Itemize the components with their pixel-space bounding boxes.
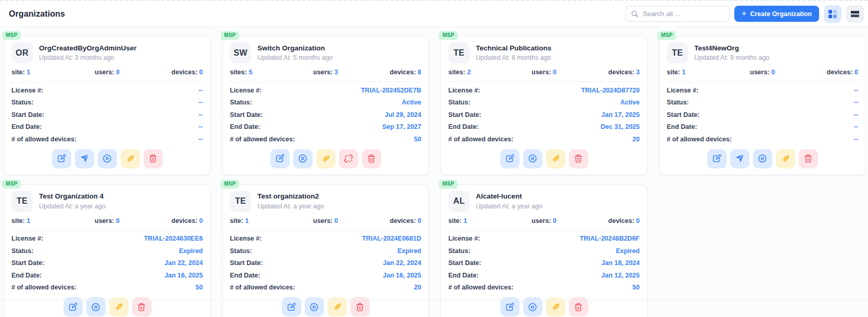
detail-value: Jan 17, 2025 <box>601 111 640 119</box>
stats-row: sites: 5 users: 3 devices: 8 <box>230 69 421 82</box>
card-actions <box>667 149 858 168</box>
stat-label: users: <box>750 69 770 76</box>
rocket-icon <box>550 153 561 164</box>
search-input[interactable] <box>626 6 730 22</box>
detail-value: Sep 17, 2027 <box>382 123 421 131</box>
broken-link-icon <box>343 153 354 164</box>
organization-name: Switch Organization <box>257 44 333 52</box>
detail-row-allowed-devices: # of allowed devices: 20 <box>230 284 421 292</box>
stat-label: devices: <box>172 69 198 76</box>
detail-label: End Date: <box>448 272 478 280</box>
detail-row-status: Status: Expired <box>230 247 421 255</box>
organization-card: MSP TE Test Organization 4 Updated At: a… <box>4 184 211 317</box>
trash-icon <box>803 153 813 164</box>
send-button[interactable] <box>75 149 94 168</box>
grid-view-toggle[interactable] <box>824 5 841 23</box>
stat-value: 1 <box>245 217 249 224</box>
delete-button[interactable] <box>144 149 163 168</box>
card-header-text: Technical Publications Updated At: 6 mon… <box>476 44 551 62</box>
create-organization-button[interactable]: + Create Organization <box>734 6 819 22</box>
list-view-toggle[interactable] <box>846 5 864 23</box>
unlink-button[interactable] <box>339 149 358 168</box>
avatar: SW <box>230 42 251 63</box>
organizations-page: Organizations + Create Organization <box>0 0 868 317</box>
stat-devices: devices: 0 <box>357 217 421 225</box>
detail-label: End Date: <box>448 123 478 131</box>
stat-value: 3 <box>334 69 338 76</box>
delete-button[interactable] <box>569 149 588 168</box>
detail-row-end-date: End Date: -- <box>11 123 203 131</box>
msp-badge: MSP <box>2 180 21 189</box>
stat-label: devices: <box>827 69 853 76</box>
detail-label: End Date: <box>230 272 260 280</box>
card-header-text: Alcatel-lucent Updated At: a year ago <box>476 192 542 210</box>
detail-value: -- <box>199 136 203 143</box>
detail-value: 50 <box>414 136 421 143</box>
stat-label: users: <box>532 69 551 76</box>
view-button[interactable] <box>523 149 542 168</box>
stat-sites: sites: 5 <box>230 69 294 76</box>
delete-button[interactable] <box>362 149 381 168</box>
edit-button[interactable] <box>270 149 290 168</box>
stat-devices: devices: 0 <box>576 217 640 225</box>
stat-users: users: 0 <box>512 217 576 225</box>
stat-label: devices: <box>608 69 634 76</box>
stat-value: 0 <box>553 69 556 76</box>
license-details: License #: -- Status: -- Start Date: -- … <box>667 87 858 143</box>
stat-label: devices: <box>390 69 416 76</box>
organization-name: Technical Publications <box>476 44 551 52</box>
rocket-icon <box>125 153 136 164</box>
edit-button[interactable] <box>707 149 727 168</box>
stat-label: sites: <box>230 69 247 76</box>
detail-value: TRIAL-2024D87720 <box>581 87 640 95</box>
stat-sites: site: 1 <box>11 69 75 76</box>
card-header-text: Test organization2 Updated At: a year ag… <box>257 192 324 210</box>
card-header-text: OrgCreatedByOrgAdminUser Updated At: 3 m… <box>39 44 137 62</box>
license-details: License #: TRIAL-202452DE7B Status: Acti… <box>230 87 421 143</box>
stat-value: 3 <box>636 69 640 76</box>
detail-value: Active <box>401 99 421 107</box>
detail-label: Status: <box>11 99 33 107</box>
license-details: License #: -- Status: -- Start Date: -- … <box>11 87 203 143</box>
stat-label: site: <box>11 69 25 76</box>
detail-label: End Date: <box>11 123 42 131</box>
detail-value: -- <box>854 136 858 143</box>
view-button[interactable] <box>293 149 313 168</box>
launch-button[interactable] <box>546 149 565 168</box>
detail-row-status: Status: Active <box>230 99 421 107</box>
msp-badge: MSP <box>221 180 239 189</box>
delete-button[interactable] <box>799 149 818 168</box>
launch-button[interactable] <box>121 149 140 168</box>
organization-name: Alcatel-lucent <box>476 192 542 201</box>
detail-label: End Date: <box>11 272 42 280</box>
paper-plane-icon <box>79 153 89 164</box>
stat-users: users: 0 <box>294 217 358 225</box>
detail-label: # of allowed devices: <box>667 136 732 143</box>
detail-row-end-date: End Date: Dec 31, 2025 <box>448 123 640 131</box>
edit-button[interactable] <box>500 149 520 168</box>
detail-row-status: Status: Active <box>448 99 640 107</box>
send-button[interactable] <box>730 149 749 168</box>
edit-button[interactable] <box>52 149 71 168</box>
detail-value: Jan 16, 2025 <box>383 272 421 280</box>
stat-devices: devices: 0 <box>139 69 203 76</box>
view-button[interactable] <box>753 149 772 168</box>
circle-dot-icon <box>102 153 112 164</box>
stat-label: devices: <box>172 217 198 224</box>
launch-button[interactable] <box>316 149 335 168</box>
detail-label: Start Date: <box>230 259 263 267</box>
avatar: TE <box>448 42 470 63</box>
card-actions <box>230 149 421 168</box>
stat-users: users: 0 <box>731 69 795 76</box>
stat-users: users: 0 <box>512 69 576 76</box>
edit-icon <box>504 302 515 312</box>
card-header-text: Test Organization 4 Updated At: a year a… <box>39 192 106 210</box>
detail-row-license: License #: TRIAL-2024E0681D <box>230 235 421 243</box>
edit-icon <box>275 153 285 164</box>
avatar: OR <box>11 42 33 63</box>
card-header: TE Technical Publications Updated At: 6 … <box>448 42 640 63</box>
stat-users: users: 3 <box>294 69 358 76</box>
detail-row-license: License #: TRIAL-20246B2D6F <box>448 235 640 243</box>
launch-button[interactable] <box>776 149 795 168</box>
view-button[interactable] <box>98 149 117 168</box>
